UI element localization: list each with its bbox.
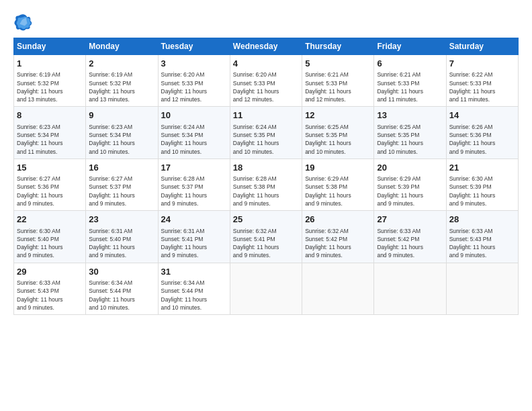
calendar-cell: 9Sunrise: 6:23 AM Sunset: 5:34 PM Daylig… [86,107,158,158]
day-number: 14 [449,109,515,122]
day-number: 25 [233,214,299,226]
day-number: 19 [305,162,371,174]
day-number: 27 [377,214,443,226]
day-number: 6 [377,58,443,70]
day-info: Sunrise: 6:31 AM Sunset: 5:41 PM Dayligh… [161,227,227,260]
day-number: 9 [89,109,154,122]
day-number: 18 [233,162,299,174]
day-info: Sunrise: 6:27 AM Sunset: 5:37 PM Dayligh… [89,175,154,208]
day-info: Sunrise: 6:24 AM Sunset: 5:34 PM Dayligh… [161,123,227,156]
day-info: Sunrise: 6:20 AM Sunset: 5:33 PM Dayligh… [233,71,299,103]
day-number: 4 [233,58,299,70]
day-info: Sunrise: 6:19 AM Sunset: 5:32 PM Dayligh… [17,71,83,103]
day-number: 1 [17,58,83,70]
day-info: Sunrise: 6:28 AM Sunset: 5:37 PM Dayligh… [161,175,227,208]
day-info: Sunrise: 6:32 AM Sunset: 5:42 PM Dayligh… [305,227,371,260]
calendar-cell: 20Sunrise: 6:29 AM Sunset: 5:39 PM Dayli… [374,158,446,210]
day-info: Sunrise: 6:29 AM Sunset: 5:38 PM Dayligh… [305,175,371,208]
calendar-header-friday: Friday [374,38,446,55]
day-number: 7 [449,58,515,70]
day-info: Sunrise: 6:23 AM Sunset: 5:34 PM Dayligh… [17,123,83,156]
calendar-cell: 30Sunrise: 6:34 AM Sunset: 5:44 PM Dayli… [86,263,158,314]
calendar-cell: 11Sunrise: 6:24 AM Sunset: 5:35 PM Dayli… [230,107,302,158]
day-info: Sunrise: 6:34 AM Sunset: 5:44 PM Dayligh… [89,279,154,312]
day-info: Sunrise: 6:32 AM Sunset: 5:41 PM Dayligh… [233,227,299,260]
day-number: 28 [449,214,515,226]
day-number: 30 [89,266,154,278]
day-info: Sunrise: 6:27 AM Sunset: 5:36 PM Dayligh… [17,175,83,208]
calendar-week-5: 29Sunrise: 6:33 AM Sunset: 5:43 PM Dayli… [14,263,519,314]
calendar-cell: 4Sunrise: 6:20 AM Sunset: 5:33 PM Daylig… [230,55,302,107]
calendar-cell: 27Sunrise: 6:33 AM Sunset: 5:42 PM Dayli… [374,211,446,263]
day-number: 3 [161,58,227,70]
day-number: 2 [89,58,154,70]
calendar-cell [374,263,446,314]
day-info: Sunrise: 6:29 AM Sunset: 5:39 PM Dayligh… [377,175,443,208]
calendar-header-wednesday: Wednesday [230,38,302,55]
day-number: 24 [161,214,227,226]
day-info: Sunrise: 6:25 AM Sunset: 5:35 PM Dayligh… [305,123,371,156]
calendar-header-tuesday: Tuesday [158,38,230,55]
day-number: 29 [17,266,83,278]
day-info: Sunrise: 6:22 AM Sunset: 5:33 PM Dayligh… [449,71,515,103]
calendar-cell: 1Sunrise: 6:19 AM Sunset: 5:32 PM Daylig… [14,55,86,107]
calendar-cell [302,263,374,314]
calendar-cell: 24Sunrise: 6:31 AM Sunset: 5:41 PM Dayli… [158,211,230,263]
day-info: Sunrise: 6:25 AM Sunset: 5:35 PM Dayligh… [377,123,443,156]
calendar-cell: 23Sunrise: 6:31 AM Sunset: 5:40 PM Dayli… [86,211,158,263]
header [13,12,519,31]
day-number: 20 [377,162,443,174]
calendar-cell: 17Sunrise: 6:28 AM Sunset: 5:37 PM Dayli… [158,158,230,210]
calendar-header-thursday: Thursday [302,38,374,55]
day-number: 31 [161,266,227,278]
calendar-week-4: 22Sunrise: 6:30 AM Sunset: 5:40 PM Dayli… [14,211,519,263]
calendar-cell: 26Sunrise: 6:32 AM Sunset: 5:42 PM Dayli… [302,211,374,263]
calendar-cell: 29Sunrise: 6:33 AM Sunset: 5:43 PM Dayli… [14,263,86,314]
calendar-week-2: 8Sunrise: 6:23 AM Sunset: 5:34 PM Daylig… [14,107,519,158]
day-info: Sunrise: 6:28 AM Sunset: 5:38 PM Dayligh… [233,175,299,208]
day-info: Sunrise: 6:20 AM Sunset: 5:33 PM Dayligh… [161,71,227,103]
calendar-cell: 13Sunrise: 6:25 AM Sunset: 5:35 PM Dayli… [374,107,446,158]
day-info: Sunrise: 6:33 AM Sunset: 5:43 PM Dayligh… [17,279,83,312]
calendar-cell: 21Sunrise: 6:30 AM Sunset: 5:39 PM Dayli… [446,158,518,210]
calendar-cell: 5Sunrise: 6:21 AM Sunset: 5:33 PM Daylig… [302,55,374,107]
calendar-header-sunday: Sunday [14,38,86,55]
calendar-header-monday: Monday [86,38,158,55]
day-number: 12 [305,109,371,122]
calendar-cell: 7Sunrise: 6:22 AM Sunset: 5:33 PM Daylig… [446,55,518,107]
calendar-week-3: 15Sunrise: 6:27 AM Sunset: 5:36 PM Dayli… [14,158,519,210]
day-info: Sunrise: 6:24 AM Sunset: 5:35 PM Dayligh… [233,123,299,156]
day-number: 8 [17,109,83,122]
calendar-cell: 12Sunrise: 6:25 AM Sunset: 5:35 PM Dayli… [302,107,374,158]
logo [13,12,35,31]
day-number: 22 [17,214,83,226]
day-info: Sunrise: 6:34 AM Sunset: 5:44 PM Dayligh… [161,279,227,312]
calendar-header-row: SundayMondayTuesdayWednesdayThursdayFrid… [14,38,519,55]
day-number: 17 [161,162,227,174]
calendar-cell: 25Sunrise: 6:32 AM Sunset: 5:41 PM Dayli… [230,211,302,263]
calendar-cell: 3Sunrise: 6:20 AM Sunset: 5:33 PM Daylig… [158,55,230,107]
calendar-cell: 6Sunrise: 6:21 AM Sunset: 5:33 PM Daylig… [374,55,446,107]
day-info: Sunrise: 6:26 AM Sunset: 5:36 PM Dayligh… [449,123,515,156]
day-number: 11 [233,109,299,122]
day-info: Sunrise: 6:21 AM Sunset: 5:33 PM Dayligh… [305,71,371,103]
page: SundayMondayTuesdayWednesdayThursdayFrid… [0,0,532,411]
day-info: Sunrise: 6:30 AM Sunset: 5:39 PM Dayligh… [449,175,515,208]
calendar-header-saturday: Saturday [446,38,518,55]
calendar-cell [230,263,302,314]
day-info: Sunrise: 6:33 AM Sunset: 5:43 PM Dayligh… [449,227,515,260]
calendar-cell: 10Sunrise: 6:24 AM Sunset: 5:34 PM Dayli… [158,107,230,158]
day-info: Sunrise: 6:30 AM Sunset: 5:40 PM Dayligh… [17,227,83,260]
calendar-table: SundayMondayTuesdayWednesdayThursdayFrid… [13,38,519,315]
day-number: 16 [89,162,154,174]
calendar-cell: 2Sunrise: 6:19 AM Sunset: 5:32 PM Daylig… [86,55,158,107]
calendar-week-1: 1Sunrise: 6:19 AM Sunset: 5:32 PM Daylig… [14,55,519,107]
day-info: Sunrise: 6:31 AM Sunset: 5:40 PM Dayligh… [89,227,154,260]
day-number: 15 [17,162,83,174]
day-info: Sunrise: 6:21 AM Sunset: 5:33 PM Dayligh… [377,71,443,103]
day-info: Sunrise: 6:19 AM Sunset: 5:32 PM Dayligh… [89,71,154,103]
day-number: 5 [305,58,371,70]
calendar-cell: 18Sunrise: 6:28 AM Sunset: 5:38 PM Dayli… [230,158,302,210]
calendar-cell: 28Sunrise: 6:33 AM Sunset: 5:43 PM Dayli… [446,211,518,263]
day-info: Sunrise: 6:33 AM Sunset: 5:42 PM Dayligh… [377,227,443,260]
